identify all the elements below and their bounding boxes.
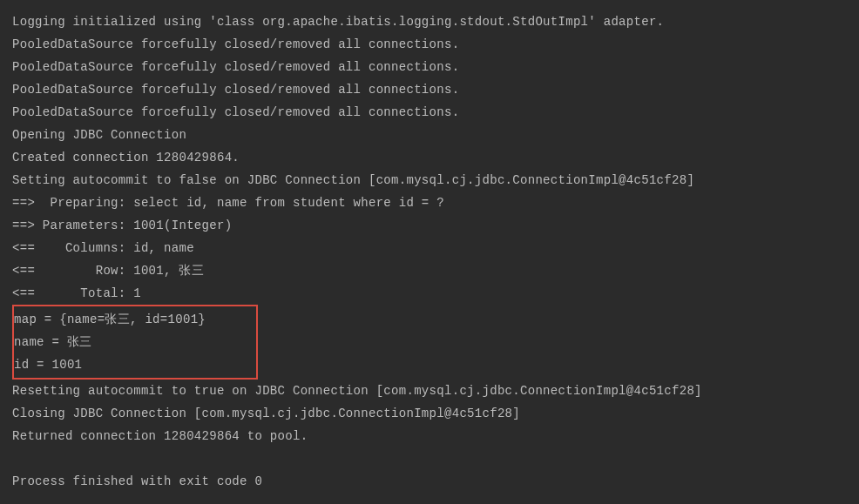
highlighted-line: name = 张三 — [14, 331, 256, 353]
log-line: Resetting autocommit to true on JDBC Con… — [12, 380, 847, 402]
log-line: Opening JDBC Connection — [12, 124, 847, 146]
log-line: Returned connection 1280429864 to pool. — [12, 425, 847, 447]
log-line: ==> Parameters: 1001(Integer) — [12, 214, 847, 237]
log-line: Process finished with exit code 0 — [12, 470, 847, 493]
log-line: Closing JDBC Connection [com.mysql.cj.jd… — [12, 402, 847, 425]
console-output: Logging initialized using 'class org.apa… — [0, 0, 859, 493]
log-line: PooledDataSource forcefully closed/remov… — [12, 101, 847, 124]
log-line — [12, 447, 847, 470]
log-line: Logging initialized using 'class org.apa… — [12, 10, 847, 33]
log-line: <== Columns: id, name — [12, 237, 847, 259]
highlighted-output: map = {name=张三, id=1001} name = 张三 id = … — [12, 305, 258, 380]
log-line: <== Row: 1001, 张三 — [12, 259, 847, 282]
log-line: PooledDataSource forcefully closed/remov… — [12, 78, 847, 101]
log-line: Created connection 1280429864. — [12, 146, 847, 169]
log-line: Setting autocommit to false on JDBC Conn… — [12, 169, 847, 192]
log-line: ==> Preparing: select id, name from stud… — [12, 192, 847, 214]
log-line: PooledDataSource forcefully closed/remov… — [12, 56, 847, 78]
highlighted-line: id = 1001 — [14, 353, 256, 376]
highlighted-line: map = {name=张三, id=1001} — [14, 308, 256, 331]
log-line: PooledDataSource forcefully closed/remov… — [12, 33, 847, 56]
log-line: <== Total: 1 — [12, 282, 847, 305]
